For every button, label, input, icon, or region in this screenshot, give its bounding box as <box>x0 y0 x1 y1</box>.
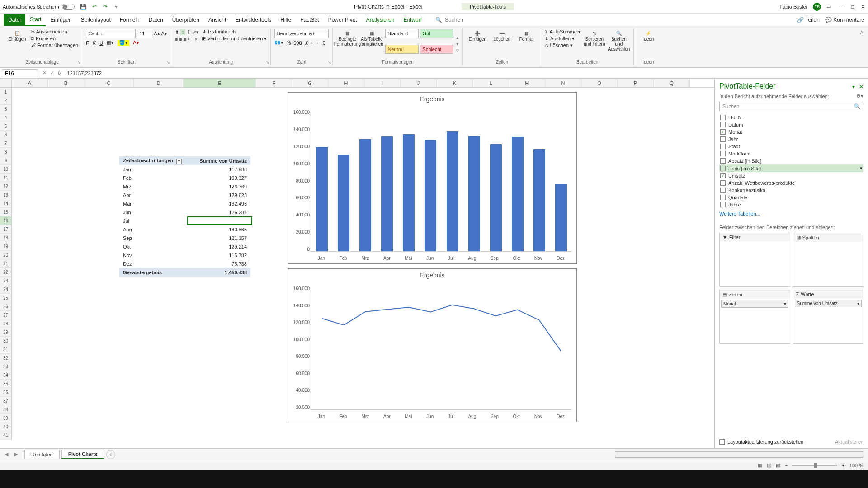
bar[interactable] <box>468 136 480 251</box>
merge-center-button[interactable]: ⊞ Verbinden und zentrieren ▾ <box>202 36 267 42</box>
cell-style-standard[interactable]: Standard <box>385 29 419 38</box>
decrease-indent-icon[interactable]: ⇤ <box>188 36 192 42</box>
row-header[interactable]: 12 <box>0 182 11 191</box>
row-header[interactable]: 35 <box>0 380 11 388</box>
name-box[interactable] <box>2 69 38 77</box>
formula-input[interactable]: 121157,223372 <box>65 70 868 77</box>
row-header[interactable]: 23 <box>0 277 11 285</box>
column-header[interactable]: I <box>364 79 401 87</box>
copy-button[interactable]: ⧉ Kopieren <box>31 36 78 42</box>
field-item[interactable]: ✓Umsatz <box>719 172 863 179</box>
field-item[interactable]: Stadt <box>719 143 863 150</box>
pivot-row-value[interactable]: 115.782 <box>187 251 250 259</box>
delete-cells-button[interactable]: ➖Löschen <box>491 29 513 59</box>
field-checkbox[interactable] <box>720 115 726 120</box>
font-size-dropdown[interactable]: 11 <box>137 29 152 38</box>
tell-me-search[interactable]: 🔍 Suchen <box>435 17 463 23</box>
bar[interactable] <box>490 144 502 251</box>
area-filters[interactable]: ▼Filter <box>719 233 790 287</box>
tab-hilfe[interactable]: Hilfe <box>276 14 296 26</box>
row-header[interactable]: 16 <box>0 216 11 225</box>
row-header[interactable]: 14 <box>0 199 11 208</box>
field-item[interactable]: Konkurrenzrisiko <box>719 187 863 194</box>
field-checkbox[interactable] <box>720 195 726 200</box>
row-header[interactable]: 19 <box>0 242 11 251</box>
wrap-text-button[interactable]: ↲ Textumbruch <box>202 29 267 35</box>
field-checkbox[interactable] <box>720 166 726 171</box>
user-avatar[interactable]: FB <box>813 3 821 11</box>
column-header[interactable]: P <box>618 79 654 87</box>
decrease-decimal-icon[interactable]: ←.0 <box>316 40 326 46</box>
tab-einfuegen[interactable]: Einfügen <box>46 14 76 26</box>
field-item[interactable]: Preis [pro Stk.]▾ <box>719 164 863 172</box>
find-select-button[interactable]: 🔍Suchen und Auswählen <box>608 29 630 59</box>
autosum-button[interactable]: Σ AutoSumme ▾ <box>545 29 580 35</box>
ideas-button[interactable]: ⚡Ideen <box>637 29 659 59</box>
align-middle-icon[interactable]: ↕ <box>180 29 186 35</box>
row-header[interactable]: 40 <box>0 422 11 431</box>
dialog-launcher-icon[interactable]: ↘ <box>166 60 170 65</box>
field-item[interactable]: Absatz [in Stk.] <box>719 157 863 164</box>
field-item[interactable]: Marktform <box>719 150 863 157</box>
taskpane-close-icon[interactable]: ✕ <box>859 84 863 90</box>
collapse-ribbon-icon[interactable]: ᐱ <box>858 28 865 66</box>
area-columns[interactable]: ▥Spalten <box>793 233 864 287</box>
view-normal-icon[interactable]: ▦ <box>758 462 762 468</box>
column-header[interactable]: Q <box>654 79 690 87</box>
pivot-line-chart[interactable]: Ergebnis 160.000140.000120.000100.00080.… <box>288 268 577 422</box>
clear-button[interactable]: ◇ Löschen ▾ <box>545 42 580 48</box>
field-checkbox[interactable] <box>720 180 726 186</box>
row-header[interactable]: 1 <box>0 88 11 96</box>
pivot-row-label[interactable]: Jan <box>119 165 187 174</box>
format-cells-button[interactable]: ▦Format <box>515 29 537 59</box>
bar[interactable] <box>425 140 436 251</box>
user-name[interactable]: Fabio Basler <box>779 4 807 9</box>
cells-area[interactable]: Zeilenbeschriftungen ▾ Summe von Umsatz … <box>12 88 714 440</box>
row-header[interactable]: 32 <box>0 354 11 362</box>
zoom-in-icon[interactable]: + <box>842 463 844 468</box>
row-header[interactable]: 10 <box>0 165 11 174</box>
pivot-row-value[interactable]: 117.988 <box>187 165 250 174</box>
pivot-row-value[interactable]: 126.284 <box>187 208 250 216</box>
column-header[interactable]: F <box>256 79 292 87</box>
bar[interactable] <box>555 184 567 251</box>
update-button[interactable]: Aktualisieren <box>835 439 863 445</box>
field-item[interactable]: Quartale <box>719 194 863 201</box>
row-header[interactable]: 21 <box>0 259 11 268</box>
spreadsheet-grid[interactable]: ABCDEFGHIJKLMNOPQ 1234567891011121314151… <box>0 79 714 448</box>
chevron-down-icon[interactable]: ▾ <box>860 165 863 171</box>
share-button[interactable]: 🔗 Teilen <box>797 17 819 23</box>
row-header[interactable]: 7 <box>0 139 11 148</box>
row-header[interactable]: 17 <box>0 225 11 234</box>
field-checkbox[interactable] <box>720 122 726 127</box>
dialog-launcher-icon[interactable]: ↘ <box>77 60 81 65</box>
bar[interactable] <box>316 147 328 251</box>
enter-formula-icon[interactable]: ✓ <box>50 70 54 76</box>
qat-customize-icon[interactable]: ▾ <box>113 3 120 10</box>
area-rows[interactable]: ▤Zeilen Monat▾ <box>719 290 790 344</box>
fx-icon[interactable]: fx <box>58 70 62 76</box>
row-header[interactable]: 34 <box>0 371 11 380</box>
cell-style-schlecht[interactable]: Schlecht <box>420 45 453 54</box>
bar[interactable] <box>381 136 393 251</box>
taskpane-options-icon[interactable]: ▾ <box>852 84 855 90</box>
area-values[interactable]: ΣWerte Summe von Umsatz▾ <box>793 290 864 344</box>
increase-decimal-icon[interactable]: .0→ <box>305 40 314 46</box>
column-header[interactable]: L <box>473 79 509 87</box>
pivot-row-label[interactable]: Jul <box>119 216 187 225</box>
sheet-nav-prev-icon[interactable]: ◀ <box>5 451 8 457</box>
column-header[interactable]: A <box>12 79 48 87</box>
row-header[interactable]: 6 <box>0 131 11 139</box>
column-header[interactable]: D <box>134 79 184 87</box>
row-header[interactable]: 41 <box>0 431 11 440</box>
pivot-row-value[interactable]: 75.788 <box>187 259 250 268</box>
field-checkbox[interactable] <box>720 202 726 207</box>
field-checkbox[interactable] <box>720 136 726 142</box>
orientation-icon[interactable]: ⤢▾ <box>192 29 199 35</box>
styles-gallery-icon[interactable]: ▿ <box>456 47 459 53</box>
tab-daten[interactable]: Daten <box>144 14 168 26</box>
field-checkbox[interactable] <box>720 188 726 193</box>
row-header[interactable]: 20 <box>0 251 11 259</box>
tab-start[interactable]: Start <box>25 14 46 26</box>
tab-formeln[interactable]: Formeln <box>115 14 144 26</box>
